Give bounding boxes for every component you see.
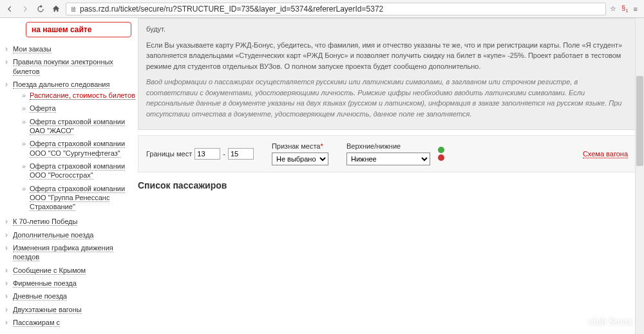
- sidebar: на нашем сайте Мои заказыПравила покупки…: [0, 18, 135, 334]
- status-dots: [438, 147, 444, 161]
- scrollbar[interactable]: [635, 18, 644, 334]
- scrollbar-thumb[interactable]: [636, 76, 643, 166]
- page-icon: 🗎: [70, 5, 77, 13]
- sidebar-item[interactable]: Поезда дальнего следования: [13, 80, 109, 89]
- sidebar-item[interactable]: Изменения графика движения поездов: [13, 244, 113, 261]
- seat-options-row: Границы мест - Признак места* Не выбрано…: [138, 135, 636, 172]
- sidebar-subitem[interactable]: Оферта страховой компании ООО "Росгосстр…: [30, 162, 125, 180]
- seat-sign-select[interactable]: Не выбрано: [272, 153, 328, 165]
- passenger-list-title: Список пассажиров: [138, 180, 636, 190]
- sidebar-item[interactable]: Фирменные поезда: [13, 279, 77, 288]
- seat-level-select[interactable]: Нижнее: [346, 153, 430, 165]
- sidebar-item[interactable]: Пассажирам с: [13, 319, 60, 327]
- reload-button[interactable]: [35, 3, 46, 15]
- url-bar[interactable]: 🗎 pass.rzd.ru/ticket/secure/ru?STRUCTURE…: [66, 3, 606, 15]
- home-button[interactable]: [50, 3, 62, 15]
- forward-button[interactable]: [19, 3, 31, 15]
- browser-right-icons: ☆ §1 ≡: [610, 4, 640, 14]
- back-button[interactable]: [4, 3, 15, 15]
- info-bonus: Если Вы указываете карту РЖД-Бонус, убед…: [146, 40, 628, 72]
- sidebar-item[interactable]: Дополнительные поезда: [13, 231, 93, 239]
- sidebar-item[interactable]: Сообщение с Крымом: [13, 266, 86, 275]
- extension-icon[interactable]: §1: [621, 4, 629, 14]
- bookmark-icon[interactable]: ☆: [610, 5, 616, 13]
- url-text: pass.rzd.ru/ticket/secure/ru?STRUCTURE_I…: [80, 5, 383, 14]
- sidebar-item[interactable]: Мои заказы: [13, 45, 52, 53]
- sidebar-item[interactable]: Правила покупки электронных билетов: [13, 58, 113, 75]
- menu-icon[interactable]: ≡: [634, 5, 638, 13]
- info-input-rules: Ввод информации о пассажирах осуществляе…: [146, 77, 628, 119]
- seat-range-label: Границы мест: [146, 150, 192, 158]
- sidebar-item[interactable]: К 70-летию Победы: [13, 218, 77, 226]
- browser-toolbar: 🗎 pass.rzd.ru/ticket/secure/ru?STRUCTURE…: [0, 0, 644, 18]
- watermark: club Sovet: [589, 316, 632, 328]
- sidebar-subitem[interactable]: Оферта: [30, 104, 56, 113]
- seat-to-input[interactable]: [228, 148, 254, 160]
- sidebar-item[interactable]: Дневные поезда: [13, 292, 67, 301]
- wagon-scheme-link[interactable]: Схема вагона: [583, 150, 628, 158]
- sidebar-subitem[interactable]: Оферта страховой компании ООО "Группа Ре…: [30, 185, 125, 212]
- seat-sign-label: Признак места*: [272, 142, 328, 150]
- dot-green: [438, 147, 444, 153]
- promo-box: на нашем сайте: [26, 22, 131, 37]
- seat-from-input[interactable]: [194, 148, 220, 160]
- info-tail: будут.: [146, 24, 628, 35]
- seat-level-label: Верхние/нижние: [346, 142, 430, 150]
- main-content: будут. Если Вы указываете карту РЖД-Бону…: [135, 18, 644, 334]
- sidebar-subitem[interactable]: Расписание, стоимость билетов: [30, 91, 135, 100]
- sidebar-subitem[interactable]: Оферта страховой компании ООО "СО "Сургу…: [30, 140, 125, 157]
- sidebar-subitem[interactable]: Оферта страховой компании ОАО "ЖАСО": [30, 118, 125, 135]
- info-panel: будут. Если Вы указываете карту РЖД-Бону…: [138, 18, 636, 130]
- dot-red: [438, 154, 444, 161]
- sidebar-item[interactable]: Двухэтажные вагоны: [13, 306, 82, 314]
